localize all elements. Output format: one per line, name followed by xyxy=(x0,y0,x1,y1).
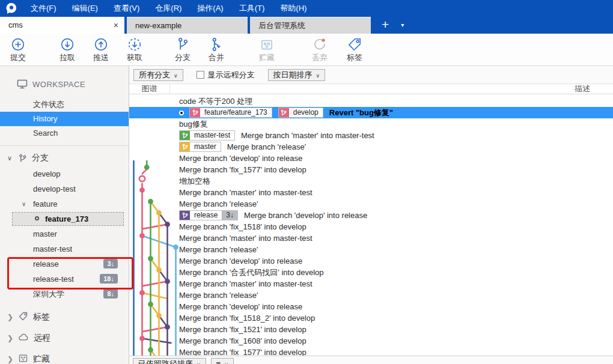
filter-bar: 所有分支∨ 显示远程分支 按日期排序∨ xyxy=(129,66,613,84)
sidebar-section-贮藏[interactable]: ❯贮藏 xyxy=(0,348,129,364)
description-column-header[interactable]: 描述 xyxy=(575,84,590,94)
tag-icon xyxy=(18,311,33,323)
sidebar-section-标签[interactable]: ❯标签 xyxy=(0,306,129,327)
menu-actions[interactable]: 操作(A) xyxy=(189,0,231,17)
commit-row[interactable]: Merge branch 'develop' into release xyxy=(129,153,613,164)
show-remote-label: 显示远程分支 xyxy=(208,70,255,80)
branch-label: release-test xyxy=(33,271,74,287)
badge-label: feature/feature_173 xyxy=(200,108,272,117)
tab-cms[interactable]: cms × xyxy=(0,17,124,34)
new-tab-button[interactable]: + xyxy=(374,17,396,34)
tab-close-icon[interactable]: × xyxy=(114,17,118,34)
commit-row[interactable]: Merge branch 'master' into master-test xyxy=(129,187,613,198)
commit-row[interactable]: Merge branch 'master' into master-test xyxy=(129,232,613,244)
sort-dropdown[interactable]: 按日期排序∨ xyxy=(268,69,326,81)
discard-button[interactable]: 丢弃 xyxy=(303,36,337,63)
view-mode-dropdown[interactable]: ≡∨ xyxy=(211,358,234,364)
sidebar-branch-release[interactable]: release3↓ xyxy=(0,256,129,271)
commit-row[interactable]: Merge branch 'develop' into release xyxy=(129,301,613,312)
chevron-right-icon: ❯ xyxy=(7,355,18,363)
commit-row[interactable]: Merge branch '合丢代码找回' into develop xyxy=(129,267,613,278)
sourcetree-logo-icon xyxy=(5,2,18,15)
current-branch-icon xyxy=(35,216,39,220)
branch-badge-master-test[interactable]: master-test xyxy=(179,130,235,141)
commit-row[interactable]: Merge branch 'fix_1521' into develop xyxy=(129,324,613,335)
sidebar-branch-feature[interactable]: ∨feature xyxy=(0,196,129,211)
menu-tools[interactable]: 工具(T) xyxy=(231,0,273,17)
sidebar-branch-master-test[interactable]: master-test xyxy=(0,241,129,256)
tab-label: new-example xyxy=(135,21,181,30)
branch-label: feature_173 xyxy=(45,211,88,226)
tool-label: 拉取 xyxy=(50,52,84,63)
show-remote-checkbox[interactable] xyxy=(197,71,204,79)
menu-help[interactable]: 帮助(H) xyxy=(272,0,314,17)
head-marker-icon xyxy=(179,111,184,115)
commit-row[interactable]: bug修复 xyxy=(129,118,613,130)
list-icon: ≡ xyxy=(216,359,221,364)
sidebar-branch-master[interactable]: master xyxy=(0,226,129,241)
commit-row[interactable]: Merge branch 'fix_1577' into develop xyxy=(129,164,613,175)
fetch-icon xyxy=(127,37,142,52)
show-remote-checkbox-group[interactable]: 显示远程分支 xyxy=(197,70,255,80)
pull-button[interactable]: 拉取 xyxy=(50,36,84,63)
branch-badge-master[interactable]: master xyxy=(179,142,221,152)
branch-scope-dropdown[interactable]: 所有分支∨ xyxy=(133,69,183,81)
stash-button[interactable]: 贮藏 xyxy=(250,36,284,63)
sidebar-branch-develop-test[interactable]: develop-test xyxy=(0,181,129,196)
branch-badge-release[interactable]: release3↓ xyxy=(179,210,238,220)
tab-new-example[interactable]: new-example xyxy=(127,17,248,34)
fetch-button[interactable]: 获取 xyxy=(118,36,151,63)
commit-message: Merge branch 'develop' into release xyxy=(244,210,367,221)
sidebar-branch-release-test[interactable]: release-test18↓ xyxy=(0,271,129,287)
sidebar-branch-feature_173[interactable]: feature_173 xyxy=(0,211,129,226)
branch-icon xyxy=(180,142,190,151)
sidebar-item-history[interactable]: History xyxy=(0,112,129,126)
path-sort-value: 已依照路径排序 xyxy=(138,359,193,364)
sidebar-section-远程[interactable]: ❯远程 xyxy=(0,327,129,348)
commit-button[interactable]: 提交 xyxy=(1,36,35,63)
branch-badge-feature/feature_173[interactable]: feature/feature_173 xyxy=(189,108,272,118)
menu-repository[interactable]: 仓库(R) xyxy=(147,0,189,17)
branch-button[interactable]: 分支 xyxy=(166,36,200,63)
sidebar-item-文件状态[interactable]: 文件状态 xyxy=(0,97,129,112)
commit-row[interactable]: feature/feature_173developRevert "bug修复" xyxy=(129,107,613,118)
menu-view[interactable]: 查看(V) xyxy=(106,0,147,17)
column-headers: 图谱 描述 xyxy=(129,84,613,94)
menu-edit[interactable]: 编辑(E) xyxy=(64,0,106,17)
sidebar-branch-深圳大学[interactable]: 深圳大学8↓ xyxy=(0,287,129,302)
commit-row[interactable]: release3↓Merge branch 'develop' into rel… xyxy=(129,210,613,221)
commit-row[interactable]: Merge branch 'develop' into release xyxy=(129,255,613,267)
commit-row[interactable]: Merge branch 'fix_1518' into develop xyxy=(129,221,613,232)
commit-row[interactable]: master-testMerge branch 'master' into ma… xyxy=(129,130,613,141)
sidebar-branch-develop[interactable]: develop xyxy=(0,166,129,181)
branch-label: release xyxy=(33,256,59,271)
commit-row[interactable]: Merge branch 'master' into master-test xyxy=(129,278,613,290)
commit-message: Merge branch 'fix_1608' into develop xyxy=(179,335,306,347)
push-button[interactable]: 推送 xyxy=(84,36,118,63)
commit-list: code 不等于200 处理feature/feature_173develop… xyxy=(129,94,613,358)
branch-icon xyxy=(18,154,27,163)
sidebar-item-search[interactable]: Search xyxy=(0,126,129,141)
branch-label: master-test xyxy=(33,241,72,256)
menu-file[interactable]: 文件(F) xyxy=(23,0,64,17)
commit-row[interactable]: masterMerge branch 'release' xyxy=(129,141,613,153)
commit-row[interactable]: Merge branch 'fix_1518_2' into develop xyxy=(129,312,613,324)
commit-row[interactable]: Merge branch 'release' xyxy=(129,244,613,255)
path-sort-dropdown[interactable]: 已依照路径排序∨ xyxy=(133,358,206,364)
graph-column-header[interactable]: 图谱 xyxy=(129,84,170,94)
commit-row[interactable]: code 不等于200 处理 xyxy=(129,96,613,107)
badge-label: release xyxy=(190,211,222,220)
tool-label: 丢弃 xyxy=(303,52,337,63)
commit-message: Merge branch 'fix_1521' into develop xyxy=(179,324,306,335)
tag-button[interactable]: 标签 xyxy=(338,36,371,63)
commit-row[interactable]: Merge branch 'release' xyxy=(129,290,613,301)
merge-button[interactable]: 合并 xyxy=(200,36,233,63)
tab-list-dropdown-icon[interactable]: ▾ xyxy=(396,17,409,34)
commit-row[interactable]: 增加空格 xyxy=(129,175,613,187)
chevron-down-icon[interactable]: ∨ xyxy=(22,196,26,211)
commit-row[interactable]: Merge branch 'release' xyxy=(129,198,613,210)
commit-row[interactable]: Merge branch 'fix_1608' into develop xyxy=(129,335,613,347)
tab-backend-system[interactable]: 后台管理系统 xyxy=(250,17,371,34)
branches-section-header[interactable]: ∨ 分支 xyxy=(0,150,129,166)
branch-badge-develop[interactable]: develop xyxy=(278,108,323,118)
